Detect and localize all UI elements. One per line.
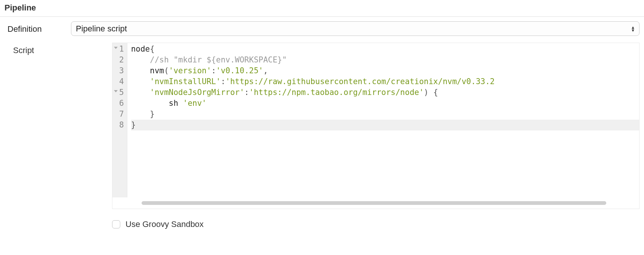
editor-horizontal-scrollbar[interactable] (142, 200, 636, 206)
script-label: Script (7, 43, 112, 55)
definition-select[interactable]: Pipeline script (71, 21, 640, 36)
script-editor[interactable]: 12345678 node{ //sh "mkdir ${env.WORKSPA… (112, 43, 640, 209)
line-number: 6 (119, 98, 124, 109)
sandbox-checkbox[interactable] (112, 220, 120, 228)
code-line[interactable]: } (131, 109, 639, 120)
line-number: 4 (119, 76, 124, 87)
code-line[interactable]: 'nvmNodeJsOrgMirror':'https://npm.taobao… (131, 87, 639, 98)
code-line[interactable]: 'nvmInstallURL':'https://raw.githubuserc… (131, 76, 639, 87)
fold-toggle-icon[interactable] (114, 90, 118, 92)
section-title: Pipeline (0, 0, 644, 17)
code-line[interactable]: nvm('version':'v0.10.25', (131, 65, 639, 76)
code-line[interactable]: sh 'env' (131, 98, 639, 109)
script-row: Script 12345678 node{ //sh "mkdir ${env.… (7, 43, 640, 229)
line-number: 3 (119, 65, 124, 76)
line-number: 8 (119, 120, 124, 130)
definition-label: Definition (7, 21, 71, 34)
code-line[interactable]: } (131, 120, 639, 130)
definition-row: Definition Pipeline script ▲▼ (7, 21, 640, 36)
line-number: 1 (119, 44, 124, 55)
sandbox-label: Use Groovy Sandbox (126, 219, 204, 229)
line-number: 5 (119, 87, 124, 98)
code-line[interactable]: node{ (131, 44, 639, 55)
editor-gutter: 12345678 (112, 43, 127, 197)
code-line[interactable]: //sh "mkdir ${env.WORKSPACE}" (131, 55, 639, 65)
line-number: 7 (119, 109, 124, 120)
editor-code-area[interactable]: node{ //sh "mkdir ${env.WORKSPACE}" nvm(… (127, 43, 639, 197)
line-number: 2 (119, 55, 124, 65)
sandbox-row: Use Groovy Sandbox (112, 219, 640, 229)
fold-toggle-icon[interactable] (114, 47, 118, 49)
